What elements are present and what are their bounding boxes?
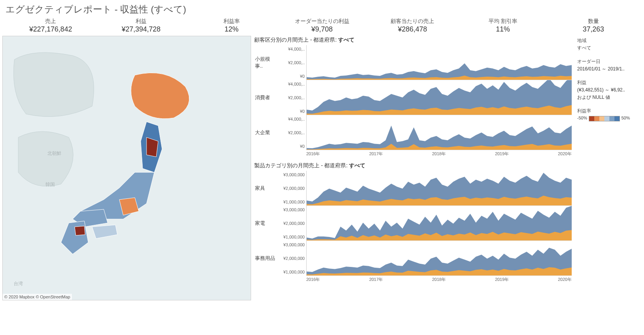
chart-row-label: 消費者 [254, 80, 277, 115]
chart-row-label: 家電 [254, 206, 277, 241]
map-svg: 北朝鮮 韓国 台湾 [3, 36, 251, 300]
kpi-avg-discount[interactable]: 平均 割引率11% [458, 18, 548, 33]
kpi-label: 数量 [548, 18, 639, 25]
chart-yaxis: ¥3,000,000¥2,000,000¥1,000,000 [277, 241, 306, 276]
kpi-label: 平均 割引率 [458, 18, 548, 25]
filter-label: 利益 [577, 79, 639, 86]
legend-min: -50% [577, 116, 587, 120]
kpi-profit-rate[interactable]: 利益率12% [186, 18, 277, 33]
svg-text:北朝鮮: 北朝鮮 [47, 151, 61, 156]
legend-profit-rate: 利益率 -50% 50% [577, 108, 639, 121]
xaxis-label: 2019年 [495, 277, 509, 282]
xaxis-label: 2016年 [306, 151, 320, 157]
xaxis-label: 2020年 [558, 151, 572, 157]
kpi-value: 11% [458, 25, 548, 33]
chart-group-customer-segment: 顧客区分別の月間売上 - 都道府県: すべて 小規模事..¥4,000,..¥2… [254, 36, 572, 160]
title-filter: すべて [338, 37, 354, 43]
filter-order-date[interactable]: オーダー日 2016/01/01 ～ 2019/1.. [577, 58, 639, 72]
kpi-sales[interactable]: 売上¥227,176,842 [5, 18, 96, 33]
chart-row[interactable]: 小規模事..¥4,000,..¥2,000,..¥0 [254, 45, 572, 80]
filter-profit[interactable]: 利益 (¥3,482,551) ～ ¥6,92.. および NULL 値 [577, 79, 639, 101]
xaxis-label: 2016年 [306, 277, 320, 282]
chart-plot-area[interactable] [306, 206, 572, 241]
chart-group-title: 顧客区分別の月間売上 - 都道府県: すべて [254, 36, 572, 45]
kpi-label: 利益率 [186, 18, 277, 25]
filter-value: (¥3,482,551) ～ ¥6,92.. [577, 87, 639, 93]
title-prefix: 製品カテゴリ別の月間売上 - 都道府県: [254, 162, 349, 168]
filter-label: 地域 [577, 37, 639, 44]
kpi-label: 売上 [5, 18, 96, 25]
chart-plot-area[interactable] [306, 45, 572, 80]
filter-region[interactable]: 地域 すべて [577, 37, 639, 51]
xaxis-label: 2018年 [432, 151, 446, 157]
xaxis-label: 2019年 [495, 151, 509, 157]
chart-group-title: 製品カテゴリ別の月間売上 - 都道府県: すべて [254, 161, 572, 171]
chart-row[interactable]: 大企業¥4,000,..¥2,000,..¥0 [254, 115, 572, 150]
chart-row-label: 大企業 [254, 115, 277, 150]
kpi-quantity[interactable]: 数量37,263 [548, 18, 639, 33]
title-filter: すべて [349, 162, 365, 168]
xaxis-label: 2017年 [369, 151, 383, 157]
svg-text:台湾: 台湾 [14, 281, 23, 286]
filter-value: すべて [577, 45, 639, 51]
chart-plot-area[interactable] [306, 241, 572, 276]
chart-row-label: 家具 [254, 171, 277, 206]
xaxis-label: 2017年 [369, 277, 383, 282]
legend-max: 50% [621, 116, 630, 120]
title-prefix: 顧客区分別の月間売上 - 都道府県: [254, 37, 338, 43]
filter-null-note: および NULL 値 [577, 94, 639, 101]
charts-column: 顧客区分別の月間売上 - 都道府県: すべて 小規模事..¥4,000,..¥2… [254, 36, 572, 300]
kpi-label: オーダー当たりの利益 [277, 18, 367, 25]
xaxis-label: 2020年 [558, 277, 572, 282]
kpi-value: 37,263 [548, 25, 639, 33]
kpi-label: 顧客当たりの売上 [367, 18, 458, 25]
chart-plot-area[interactable] [306, 171, 572, 206]
kpi-value: ¥286,478 [367, 25, 458, 33]
chart-row-label: 事務用品 [254, 241, 277, 276]
kpi-value: ¥27,394,728 [96, 25, 187, 33]
chart-yaxis: ¥4,000,..¥2,000,..¥0 [277, 80, 306, 115]
chart-row[interactable]: 事務用品¥3,000,000¥2,000,000¥1,000,000 [254, 241, 572, 276]
kpi-value: 12% [186, 25, 277, 33]
chart-plot-area[interactable] [306, 80, 572, 115]
kpi-sales-per-customer[interactable]: 顧客当たりの売上¥286,478 [367, 18, 458, 33]
chart-yaxis: ¥3,000,000¥2,000,000¥1,000,000 [277, 171, 306, 206]
chart-yaxis: ¥4,000,..¥2,000,..¥0 [277, 115, 306, 150]
svg-text:韓国: 韓国 [45, 182, 55, 187]
chart-row[interactable]: 家具¥3,000,000¥2,000,000¥1,000,000 [254, 171, 572, 206]
chart-group-product-category: 製品カテゴリ別の月間売上 - 都道府県: すべて 家具¥3,000,000¥2,… [254, 161, 572, 286]
chart-row-label: 小規模事.. [254, 45, 277, 80]
map-attribution: © 2020 Mapbox © OpenStreetMap [3, 294, 72, 300]
side-panel: 地域 すべて オーダー日 2016/01/01 ～ 2019/1.. 利益 (¥… [575, 36, 642, 300]
kpi-label: 利益 [96, 18, 187, 25]
kpi-value: ¥227,176,842 [5, 25, 96, 33]
map-japan[interactable]: 北朝鮮 韓国 台湾 © 2020 Mapbox © OpenStreetMap [2, 36, 251, 300]
kpi-row: 売上¥227,176,842 利益¥27,394,728 利益率12% オーダー… [0, 18, 644, 36]
kpi-profit-per-order[interactable]: オーダー当たりの利益¥9,708 [277, 18, 367, 33]
chart-yaxis: ¥3,000,000¥2,000,000¥1,000,000 [277, 206, 306, 241]
chart-row[interactable]: 消費者¥4,000,..¥2,000,..¥0 [254, 80, 572, 115]
page-title: エグゼクティブレポート - 収益性 (すべて) [0, 0, 644, 18]
legend-label: 利益率 [577, 108, 639, 114]
chart-row[interactable]: 家電¥3,000,000¥2,000,000¥1,000,000 [254, 206, 572, 241]
chart-yaxis: ¥4,000,..¥2,000,..¥0 [277, 45, 306, 80]
filter-label: オーダー日 [577, 58, 639, 65]
legend-color-bar [589, 116, 620, 121]
kpi-value: ¥9,708 [277, 25, 367, 33]
kpi-profit[interactable]: 利益¥27,394,728 [96, 18, 187, 33]
chart-plot-area[interactable] [306, 115, 572, 150]
filter-value: 2016/01/01 ～ 2019/1.. [577, 66, 639, 72]
xaxis-label: 2018年 [432, 277, 446, 282]
